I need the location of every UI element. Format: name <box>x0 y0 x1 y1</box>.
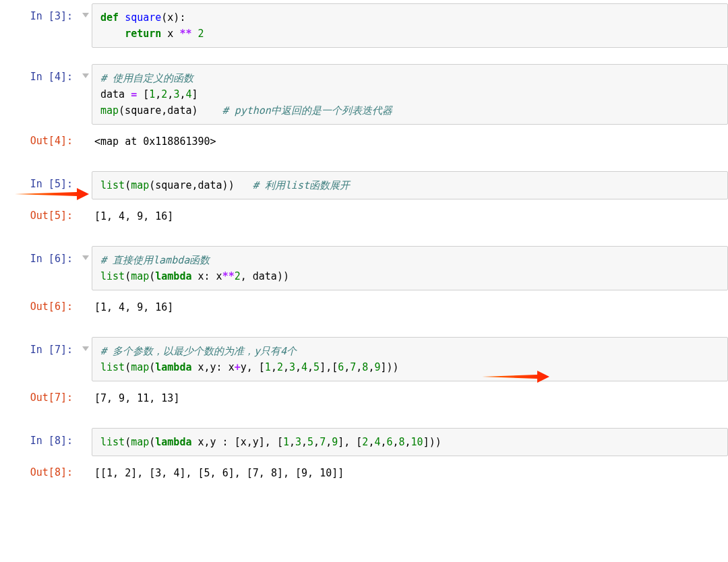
chevron-down-icon <box>82 346 89 351</box>
code-token: 6 <box>338 361 344 373</box>
out-prompt: Out[7]: <box>0 385 80 406</box>
code-token: ])) <box>423 436 442 448</box>
code-token: + <box>235 361 241 373</box>
in-prompt: In [4]: <box>0 64 80 85</box>
output-gutter <box>80 203 92 208</box>
code-token: ] <box>191 88 198 100</box>
code-token: , <box>393 436 399 448</box>
out-prompt: Out[4]: <box>0 128 80 149</box>
code-token: 1 <box>265 361 271 373</box>
output-cell-5: Out[5]:[1, 4, 9, 16] <box>0 203 728 230</box>
cell-collapse-toggle[interactable] <box>80 246 92 260</box>
code-token: # 直接使用lambda函数 <box>100 254 210 266</box>
code-token: map <box>100 104 119 117</box>
output-cell-7: Out[7]:[7, 9, 11, 13] <box>0 385 728 412</box>
code-token: 7 <box>350 361 356 373</box>
input-cell-6: In [6]:# 直接使用lambda函数 list(map(lambda x:… <box>0 246 728 290</box>
code-token: 3 <box>295 436 301 448</box>
code-token: 4 <box>301 361 307 373</box>
notebook-root: In [3]:def square(x): return x ** 2In [4… <box>0 3 728 499</box>
code-token: , <box>289 436 295 448</box>
code-token <box>100 28 125 40</box>
code-input[interactable]: def square(x): return x ** 2 <box>92 3 728 48</box>
output-cell-4: Out[4]:<map at 0x118861390> <box>0 128 728 155</box>
cell-collapse-toggle[interactable] <box>80 64 92 78</box>
output-cell-6: Out[6]:[1, 4, 9, 16] <box>0 294 728 321</box>
code-token: y, [ <box>241 361 265 373</box>
in-prompt: In [5]: <box>0 171 80 192</box>
code-token: square <box>125 11 161 24</box>
code-token: 3 <box>289 361 295 373</box>
code-token: 10 <box>411 436 423 448</box>
output-text: [1, 4, 9, 16] <box>92 294 728 321</box>
code-token: ( <box>125 179 131 191</box>
code-token: lambda <box>155 270 191 282</box>
code-token: x,y : [x,y], [ <box>191 436 282 448</box>
annotation-arrow <box>482 370 549 383</box>
code-token: list <box>100 361 125 373</box>
code-token: return <box>125 28 161 40</box>
code-token: ])) <box>380 361 398 373</box>
code-token: # 使用自定义的函数 <box>100 72 193 84</box>
output-text: [[1, 2], [3, 4], [5, 6], [7, 8], [9, 10]… <box>92 460 728 487</box>
out-prompt: Out[8]: <box>0 460 80 480</box>
code-token: [ <box>137 88 149 100</box>
input-cell-7: In [7]:# 多个参数，以最少个数的为准，y只有4个 list(map(la… <box>0 337 728 381</box>
input-cell-3: In [3]:def square(x): return x ** 2 <box>0 3 728 48</box>
code-token: ( <box>149 436 155 448</box>
code-input[interactable]: list(map(square,data)) # 利用list函数展开 <box>92 171 728 199</box>
code-token: (square,data) <box>119 104 222 117</box>
code-token: ], [ <box>338 436 362 448</box>
code-token: , <box>307 361 313 373</box>
code-token: ( <box>125 436 131 448</box>
code-token: list <box>100 436 125 448</box>
code-token: ** <box>222 270 235 282</box>
cell-collapse-toggle[interactable] <box>80 337 92 351</box>
code-token: (square,data)) <box>149 179 253 191</box>
in-prompt: In [8]: <box>0 428 80 449</box>
code-token: # python中返回的是一个列表迭代器 <box>222 104 392 117</box>
chevron-down-icon <box>82 13 89 18</box>
code-token: data <box>100 88 131 100</box>
code-input[interactable]: # 直接使用lambda函数 list(map(lambda x: x**2, … <box>92 246 728 290</box>
code-token: lambda <box>155 436 191 448</box>
out-prompt: Out[6]: <box>0 294 80 315</box>
code-token: , <box>313 436 320 448</box>
code-token: 6 <box>386 436 392 448</box>
code-token: 1 <box>283 436 289 448</box>
output-gutter <box>80 385 92 390</box>
code-token: x,y: x <box>191 361 234 373</box>
code-token: ( <box>149 270 155 282</box>
output-text: [7, 9, 11, 13] <box>92 385 728 412</box>
code-token: , <box>295 361 301 373</box>
chevron-down-icon <box>82 73 89 78</box>
code-token: , <box>326 436 332 448</box>
code-token: 7 <box>320 436 326 448</box>
cell-collapse-toggle <box>80 171 92 177</box>
code-token: , data)) <box>241 270 289 282</box>
code-token: ],[ <box>320 361 338 373</box>
code-token: x <box>161 28 179 40</box>
code-token: ( <box>125 361 131 373</box>
code-token: lambda <box>155 361 191 373</box>
svg-marker-1 <box>482 371 549 383</box>
code-token: ( <box>149 361 155 373</box>
input-cell-8: In [8]:list(map(lambda x,y : [x,y], [1,3… <box>0 428 728 456</box>
output-text: [1, 4, 9, 16] <box>92 203 728 230</box>
code-input[interactable]: # 使用自定义的函数 data = [1,2,3,4] map(square,d… <box>92 64 728 125</box>
code-input[interactable]: list(map(lambda x,y : [x,y], [1,3,5,7,9]… <box>92 428 728 456</box>
code-token: map <box>131 361 149 373</box>
input-cell-5: In [5]:list(map(square,data)) # 利用list函数… <box>0 171 728 199</box>
in-prompt: In [3]: <box>0 3 80 24</box>
code-token: 8 <box>399 436 405 448</box>
output-gutter <box>80 128 92 133</box>
code-token: map <box>131 179 149 191</box>
output-cell-8: Out[8]:[[1, 2], [3, 4], [5, 6], [7, 8], … <box>0 460 728 487</box>
code-token: , <box>405 436 411 448</box>
code-token: , <box>344 361 350 373</box>
cell-collapse-toggle[interactable] <box>80 3 92 18</box>
code-token: (x): <box>161 11 185 24</box>
code-token: , <box>155 88 161 100</box>
code-token: , <box>301 436 307 448</box>
code-input[interactable]: # 多个参数，以最少个数的为准，y只有4个 list(map(lambda x,… <box>92 337 728 381</box>
